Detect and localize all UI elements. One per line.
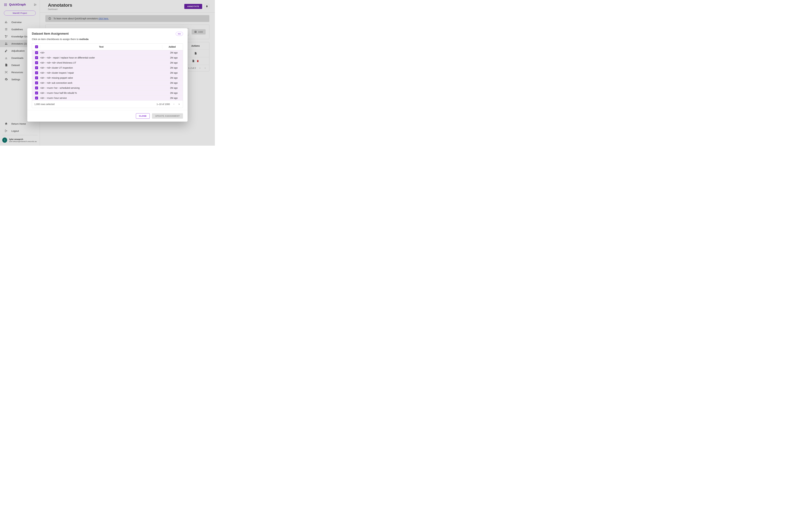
table-row[interactable]: <id> - <id> missing poppet valve2M ago [32,75,183,80]
row-checkbox[interactable] [35,56,38,59]
row-text: <id> - <num> hour half life rebuild % [40,92,162,94]
modal-pagination-prev[interactable] [173,103,175,105]
row-text: <id> - <id> cluster UT inspection [40,67,162,69]
table-row[interactable]: <id> - <id> <id> chord thickness UT2M ag… [32,60,183,65]
modal-annotator-name: melinda [79,38,88,41]
row-text: <id> - <num> hour service [40,97,162,99]
modal-pagination-next[interactable] [178,103,180,105]
row-added: 2M ago [162,77,182,79]
modal-title: Dataset Item Assignment [32,32,88,35]
modal-overlay[interactable]: Dataset Item Assignment Click on item ch… [0,0,215,146]
row-text: <id> - <id> sub connection work [40,82,162,84]
row-added: 2M ago [162,86,182,89]
row-checkbox[interactable] [35,76,38,79]
row-checkbox[interactable] [35,51,38,54]
esc-button[interactable]: esc [176,32,183,36]
row-text: <id> - <num> hor - scheduled servicing [40,86,162,89]
row-added: 2M ago [162,51,182,54]
row-text: <id> - <id> <id> chord thickness UT [40,61,162,64]
row-added: 2M ago [162,82,182,84]
column-header-added: Added [162,45,182,49]
table-row[interactable]: <id> - <id> - repair / replace hose on d… [32,55,183,60]
table-row[interactable]: <id> - <num> hour half life rebuild %2M … [32,91,183,96]
update-assignment-button[interactable]: UPDATE ASSIGNMENT [152,113,183,119]
table-row[interactable]: <id>2M ago [32,50,183,55]
select-all-checkbox[interactable] [35,45,38,48]
row-checkbox[interactable] [35,61,38,64]
row-text: <id> - <id> cluster inspect / repair [40,72,162,74]
modal-subtitle: Click on item checkboxes to assign them … [32,38,88,41]
table-row[interactable]: <id> - <id> sub connection work2M ago [32,80,183,85]
row-checkbox[interactable] [35,81,38,84]
dataset-assignment-modal: Dataset Item Assignment Click on item ch… [27,28,187,122]
table-row[interactable]: <id> - <id> cluster inspect / repair2M a… [32,70,183,75]
row-checkbox[interactable] [35,97,38,100]
table-row[interactable]: <id> - <id> cluster UT inspection2M ago [32,65,183,70]
modal-pagination-range: 1–10 of 1000 [156,103,170,105]
row-checkbox[interactable] [35,86,38,90]
row-checkbox[interactable] [35,66,38,69]
column-header-text: Text [40,45,162,49]
row-checkbox[interactable] [35,92,38,95]
row-text: <id> [40,51,162,54]
row-added: 2M ago [162,61,182,64]
table-row[interactable]: <id> - <num> hor - scheduled servicing2M… [32,85,183,91]
selected-count: 1,000 rows selected [34,103,55,105]
row-checkbox[interactable] [35,71,38,74]
row-added: 2M ago [162,97,182,99]
table-row[interactable]: <id> - <num> hour service2M ago [32,96,183,101]
assignment-table: Text Added <id>2M ago<id> - <id> - repai… [32,43,183,108]
row-text: <id> - <id> - repair / replace hose on d… [40,56,162,59]
row-added: 2M ago [162,72,182,74]
close-button[interactable]: CLOSE [136,113,150,119]
row-added: 2M ago [162,92,182,94]
row-added: 2M ago [162,56,182,59]
row-text: <id> - <id> missing poppet valve [40,77,162,79]
row-added: 2M ago [162,67,182,69]
